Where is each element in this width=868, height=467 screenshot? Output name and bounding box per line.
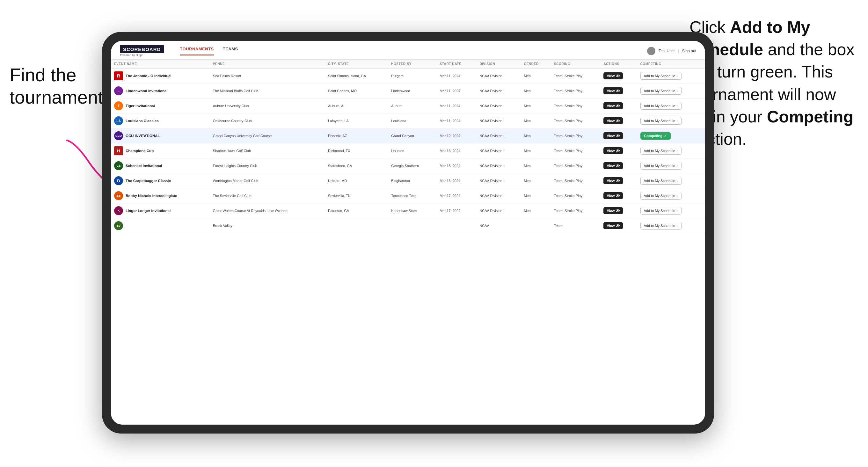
table-row: T Tiger Invitational Auburn University C… [111, 98, 705, 114]
td-date: Mar 11, 2024 [436, 114, 476, 128]
td-date: Mar 17, 2024 [436, 204, 476, 218]
td-actions: View [600, 128, 637, 144]
td-event-name: B The Carpetbagger Classic [111, 174, 210, 188]
add-schedule-button[interactable]: Add to My Schedule + [641, 207, 682, 215]
td-hosted: Grand Canyon [388, 128, 436, 144]
plus-icon: + [676, 149, 678, 153]
svg-point-22 [617, 225, 619, 227]
td-date [436, 218, 476, 234]
plus-icon: + [676, 194, 678, 198]
td-venue: Grand Canyon University Golf Course [210, 128, 325, 144]
table-row: LA Louisiana Classics Oakbourne Country … [111, 114, 705, 128]
td-gender: Men [521, 98, 551, 114]
nav-tab-teams[interactable]: TEAMS [223, 46, 238, 56]
td-city: Eatonton, GA [325, 204, 388, 218]
td-division: NCAA Division I [476, 68, 521, 84]
table-row: GCU GCU INVITATIONAL Grand Canyon Univer… [111, 128, 705, 144]
view-button[interactable]: View [603, 177, 623, 184]
td-event-name: GS Schenkel Invitational [111, 158, 210, 174]
td-date: Mar 11, 2024 [436, 84, 476, 98]
event-name-text: Schenkel Invitational [126, 164, 162, 168]
view-button[interactable]: View [603, 147, 623, 154]
view-button[interactable]: View [603, 162, 623, 169]
add-schedule-button[interactable]: Add to My Schedule + [641, 72, 682, 80]
td-scoring: Team, Stroke Play [551, 114, 600, 128]
td-city [325, 218, 388, 234]
td-competing: Add to My Schedule + [637, 188, 705, 204]
add-schedule-button[interactable]: Add to My Schedule + [641, 102, 682, 110]
td-city: Sevierville, TN [325, 188, 388, 204]
add-schedule-button[interactable]: Add to My Schedule + [641, 117, 682, 125]
td-division: NCAA Division I [476, 204, 521, 218]
annotation-right: Click Add to My Schedule and the box wil… [689, 16, 855, 150]
td-date: Mar 11, 2024 [436, 98, 476, 114]
td-actions: View [600, 218, 637, 234]
add-schedule-button[interactable]: Add to My Schedule + [641, 87, 682, 95]
view-button[interactable]: View [603, 222, 623, 229]
td-actions: View [600, 188, 637, 204]
add-schedule-button[interactable]: Add to My Schedule + [641, 147, 682, 155]
td-hosted: Tennessee Tech [388, 188, 436, 204]
td-venue: Forest Heights Country Club [210, 158, 325, 174]
view-button[interactable]: View [603, 207, 623, 214]
event-name-text: The Carpetbagger Classic [126, 179, 171, 183]
sign-out-link[interactable]: Sign out [682, 49, 696, 53]
eye-icon [616, 74, 620, 78]
nav-tab-tournaments[interactable]: TOURNAMENTS [180, 46, 214, 56]
view-button[interactable]: View [603, 132, 623, 139]
add-schedule-button[interactable]: Add to My Schedule + [641, 177, 682, 185]
td-actions: View [600, 98, 637, 114]
svg-point-12 [617, 150, 619, 152]
view-button[interactable]: View [603, 72, 623, 80]
svg-point-4 [617, 90, 619, 92]
td-venue: Shadow Hawk Golf Club [210, 144, 325, 158]
add-schedule-button[interactable]: Add to My Schedule + [641, 192, 682, 199]
td-event-name: T Tiger Invitational [111, 98, 210, 114]
user-name: Test User [658, 49, 675, 53]
col-division: DIVISION [476, 60, 521, 68]
td-competing: Add to My Schedule + [637, 204, 705, 218]
td-scoring: Team, Stroke Play [551, 84, 600, 98]
td-city: Saint Simons Island, GA [325, 68, 388, 84]
td-city: Statesboro, GA [325, 158, 388, 174]
annotation-left: Find the tournament. [9, 64, 118, 108]
eye-icon [616, 104, 620, 108]
td-event-name: GCU GCU INVITATIONAL [111, 128, 210, 144]
col-start-date: START DATE [436, 60, 476, 68]
td-hosted: Georgia Southern [388, 158, 436, 174]
svg-point-10 [617, 135, 619, 137]
svg-point-6 [617, 105, 619, 107]
td-date: Mar 12, 2024 [436, 128, 476, 144]
td-actions: View [600, 174, 637, 188]
td-gender: Men [521, 114, 551, 128]
event-name-text: GCU INVITATIONAL [126, 134, 160, 138]
td-competing: Add to My Schedule + [637, 158, 705, 174]
view-button[interactable]: View [603, 102, 623, 110]
view-button[interactable]: View [603, 87, 623, 94]
td-hosted: Lindenwood [388, 84, 436, 98]
svg-point-16 [617, 180, 619, 182]
td-city: Lafayette, LA [325, 114, 388, 128]
td-scoring: Team, Stroke Play [551, 174, 600, 188]
svg-point-14 [617, 165, 619, 167]
svg-point-2 [617, 75, 619, 77]
add-schedule-button[interactable]: Add to My Schedule + [641, 162, 682, 169]
td-division: NCAA [476, 218, 521, 234]
view-button[interactable]: View [603, 117, 623, 124]
team-logo: T [114, 101, 123, 110]
logo-subtitle: Powered by clippd [120, 54, 164, 57]
col-venue: VENUE [210, 60, 325, 68]
col-hosted: HOSTED BY [388, 60, 436, 68]
td-hosted: Binghamton [388, 174, 436, 188]
td-gender: Men [521, 84, 551, 98]
td-division: NCAA Division I [476, 188, 521, 204]
competing-button[interactable]: Competing ✓ [641, 132, 671, 139]
td-actions: View [600, 204, 637, 218]
add-schedule-button[interactable]: Add to My Schedule + [641, 222, 682, 229]
td-date: Mar 16, 2024 [436, 174, 476, 188]
td-hosted: Houston [388, 144, 436, 158]
table-header-row: EVENT NAME VENUE CITY, STATE HOSTED BY S… [111, 60, 705, 68]
team-logo: BB [114, 191, 123, 200]
col-actions: ACTIONS [600, 60, 637, 68]
view-button[interactable]: View [603, 192, 623, 199]
